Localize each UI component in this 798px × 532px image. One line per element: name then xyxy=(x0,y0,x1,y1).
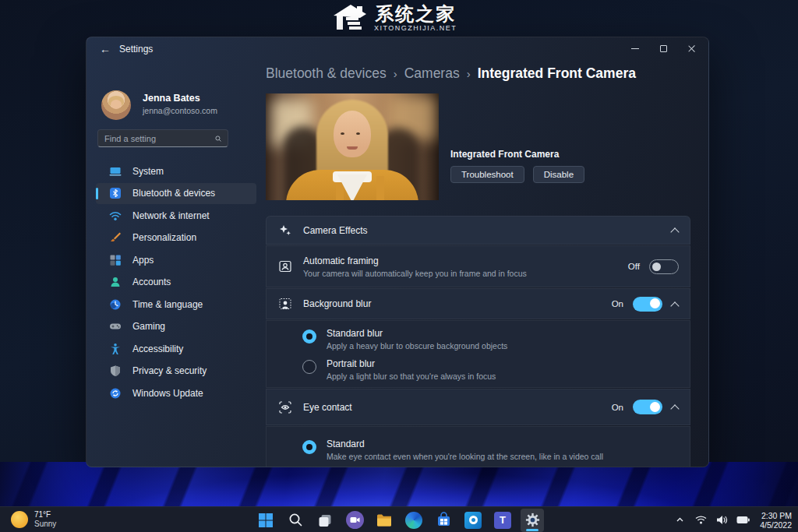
outlook-button[interactable] xyxy=(461,509,485,532)
close-button[interactable] xyxy=(677,39,705,58)
user-email: jenna@contoso.com xyxy=(143,106,217,115)
camera-effects-title: Camera Effects xyxy=(303,225,367,236)
taskbar: 71°F Sunny T xyxy=(0,506,798,532)
disable-button[interactable]: Disable xyxy=(533,166,584,183)
eye-contact-state: On xyxy=(612,403,623,412)
network-icon xyxy=(108,209,122,222)
sidebar-item-label: Windows Update xyxy=(132,388,203,399)
sidebar-item-bluetooth-devices[interactable]: Bluetooth & devices xyxy=(96,183,256,204)
settings-gear-icon xyxy=(524,512,541,528)
search-box[interactable] xyxy=(97,129,228,147)
chevron-up-icon[interactable] xyxy=(672,301,679,308)
apps-icon xyxy=(108,253,122,266)
watermark-house-icon xyxy=(330,2,369,34)
titlebar: ← Settings xyxy=(87,37,708,61)
eye-contact-toggle[interactable] xyxy=(633,400,662,414)
breadcrumb: Bluetooth & devices › Cameras › Integrat… xyxy=(266,65,636,82)
sidebar-item-network-internet[interactable]: Network & internet xyxy=(96,205,256,226)
teams-button[interactable]: T xyxy=(491,509,514,532)
back-button[interactable]: ← xyxy=(96,41,115,58)
toggle-knob xyxy=(652,262,661,271)
sidebar-item-personalization[interactable]: Personalization xyxy=(96,227,256,248)
sidebar-item-windows-update[interactable]: Windows Update xyxy=(96,382,256,403)
camera-app-icon xyxy=(346,511,364,529)
store-button[interactable] xyxy=(432,509,455,532)
bluetooth-icon xyxy=(108,187,122,200)
tray-chevron-up-icon[interactable] xyxy=(673,513,687,527)
weather-temperature: 71°F xyxy=(34,510,56,520)
sun-icon xyxy=(11,511,28,528)
battery-icon[interactable] xyxy=(736,513,750,527)
breadcrumb-separator: › xyxy=(394,67,397,80)
standard-blur-radio[interactable] xyxy=(302,329,316,344)
eye-contact-standard-option: Standard Make eye contact even when you'… xyxy=(267,435,690,465)
edge-icon xyxy=(405,512,422,529)
minimize-button[interactable] xyxy=(621,39,649,58)
portrait-blur-desc: Apply a light blur so that you're always… xyxy=(327,372,496,381)
close-icon xyxy=(687,44,696,53)
start-button[interactable] xyxy=(254,509,277,532)
sidebar-item-gaming[interactable]: Gaming xyxy=(96,316,256,337)
portrait-blur-radio[interactable] xyxy=(302,360,316,374)
system-icon xyxy=(108,164,122,178)
automatic-framing-title: Automatic framing xyxy=(303,255,527,266)
standard-blur-desc: Apply a heavy blur to obscure background… xyxy=(327,341,507,351)
background-blur-title: Background blur xyxy=(303,298,371,309)
camera-effects-header[interactable]: Camera Effects xyxy=(266,216,690,245)
taskbar-search-button[interactable] xyxy=(284,509,307,532)
sidebar-item-system[interactable]: System xyxy=(96,160,256,181)
automatic-framing-row: Automatic framing Your camera will autom… xyxy=(266,245,690,287)
eye-contact-row[interactable]: Eye contact On xyxy=(266,389,690,425)
clock-widget[interactable]: 2:30 PM 4/5/2022 xyxy=(760,511,792,530)
tray-time: 2:30 PM xyxy=(761,511,792,520)
maximize-button[interactable] xyxy=(649,39,677,58)
watermark-title: 系统之家 xyxy=(375,4,456,24)
portrait-blur-title: Portrait blur xyxy=(327,358,496,369)
edge-button[interactable] xyxy=(402,509,425,532)
sidebar-item-label: Accounts xyxy=(132,277,171,287)
avatar[interactable] xyxy=(101,90,131,120)
sidebar-item-label: Bluetooth & devices xyxy=(132,188,215,199)
background-blur-row[interactable]: Background blur On xyxy=(266,288,690,319)
task-view-button[interactable] xyxy=(313,509,337,532)
breadcrumb-separator: › xyxy=(467,67,471,80)
automatic-framing-state: Off xyxy=(628,262,640,271)
desktop-wallpaper-bloom xyxy=(0,462,798,509)
settings-taskbar-button[interactable] xyxy=(521,509,544,532)
troubleshoot-button[interactable]: Troubleshoot xyxy=(450,166,524,183)
sidebar-item-label: Apps xyxy=(132,255,154,266)
automatic-framing-icon xyxy=(277,259,293,274)
sidebar-item-privacy-security[interactable]: Privacy & security xyxy=(96,361,256,382)
chevron-up-icon[interactable] xyxy=(672,227,679,234)
background-blur-toggle[interactable] xyxy=(633,297,662,312)
sidebar-item-accounts[interactable]: Accounts xyxy=(96,272,256,293)
sidebar-item-time-language[interactable]: Time & language xyxy=(96,294,256,315)
background-blur-options: Standard blur Apply a heavy blur to obsc… xyxy=(266,320,690,388)
sidebar-item-accessibility[interactable]: Accessibility xyxy=(96,338,256,359)
tray-date: 4/5/2022 xyxy=(760,520,792,530)
settings-window: ← Settings Jenna Bates jenna@contoso.com… xyxy=(86,37,709,467)
breadcrumb-bluetooth-devices[interactable]: Bluetooth & devices xyxy=(266,65,387,82)
start-icon xyxy=(258,513,274,528)
camera-preview xyxy=(266,93,439,200)
weather-widget[interactable]: 71°F Sunny xyxy=(11,510,56,529)
watermark-logo: 系统之家 XITONGZHIJIA.NET xyxy=(330,2,457,34)
camera-app-button[interactable] xyxy=(343,509,366,532)
store-icon xyxy=(436,512,452,528)
standard-blur-title: Standard blur xyxy=(327,328,507,339)
window-title: Settings xyxy=(119,44,153,55)
wifi-icon[interactable] xyxy=(694,513,708,527)
sidebar-item-label: Gaming xyxy=(132,321,165,332)
sidebar-item-apps[interactable]: Apps xyxy=(96,249,256,270)
accessibility-icon xyxy=(108,342,122,355)
volume-icon[interactable] xyxy=(715,513,729,527)
automatic-framing-toggle[interactable] xyxy=(649,259,679,274)
chevron-up-icon[interactable] xyxy=(672,403,679,410)
automatic-framing-subtitle: Your camera will automatically keep you … xyxy=(303,269,527,278)
eye-contact-standard-title: Standard xyxy=(327,439,603,449)
breadcrumb-cameras[interactable]: Cameras xyxy=(404,65,460,82)
search-input[interactable] xyxy=(104,134,215,143)
eye-contact-standard-radio[interactable] xyxy=(302,440,316,454)
file-explorer-button[interactable] xyxy=(373,509,396,532)
task-view-icon xyxy=(317,513,333,528)
